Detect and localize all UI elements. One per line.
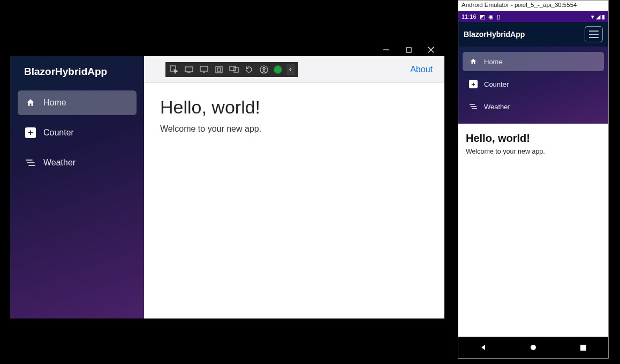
mobile-brand: BlazorHybridApp xyxy=(464,30,525,39)
mobile-heading: Hello, world! xyxy=(466,132,601,145)
sidebar: BlazorHybridApp Home + Counter Weather xyxy=(10,56,144,318)
sidebar-nav: Home + Counter Weather xyxy=(10,90,144,175)
android-nav-bar xyxy=(458,337,608,358)
emulator-title: Android Emulator - pixel_5_-_api_30:5554 xyxy=(458,1,608,11)
mobile-content: Hello, world! Welcome to your new app. xyxy=(458,124,608,337)
signal-icon: ◢ xyxy=(596,13,600,20)
mobile-nav: Home + Counter Weather xyxy=(458,47,608,124)
sidebar-item-label: Weather xyxy=(43,158,75,168)
page-heading: Hello, world! xyxy=(160,97,428,118)
minimize-button[interactable] xyxy=(382,46,390,54)
svg-rect-8 xyxy=(185,67,193,72)
svg-point-20 xyxy=(531,345,536,350)
list-icon xyxy=(469,102,478,111)
list-icon xyxy=(25,157,36,168)
status-time: 11:16 xyxy=(462,13,477,20)
svg-rect-13 xyxy=(230,66,236,71)
page-subtext: Welcome to your new app. xyxy=(160,124,428,134)
mobile-nav-item-counter[interactable]: + Counter xyxy=(463,74,604,94)
svg-rect-12 xyxy=(217,68,221,71)
svg-rect-14 xyxy=(234,67,238,72)
tool-device-icon[interactable] xyxy=(184,64,194,75)
top-row: About xyxy=(144,56,444,83)
status-app-icon: ▯ xyxy=(497,13,500,20)
mobile-nav-item-weather[interactable]: Weather xyxy=(463,97,604,116)
sidebar-item-weather[interactable]: Weather xyxy=(18,150,137,175)
tool-box-icon[interactable] xyxy=(214,64,224,75)
sidebar-item-label: Home xyxy=(43,98,66,108)
plus-icon: + xyxy=(25,127,36,138)
tool-refresh-icon[interactable] xyxy=(244,64,254,75)
home-icon xyxy=(469,57,478,66)
sidebar-item-home[interactable]: Home xyxy=(18,90,137,115)
tool-screens-icon[interactable] xyxy=(229,64,239,75)
android-recents-button[interactable] xyxy=(578,343,588,352)
mobile-nav-label: Home xyxy=(484,58,503,66)
android-status-bar: 11:16 ◩ ◉ ▯ ▾ ◢ ▮ xyxy=(458,11,608,22)
mobile-nav-item-home[interactable]: Home xyxy=(463,52,604,71)
plus-icon: + xyxy=(469,80,478,88)
svg-point-16 xyxy=(263,67,264,68)
home-icon xyxy=(25,97,36,108)
hamburger-button[interactable] xyxy=(585,26,603,42)
android-home-button[interactable] xyxy=(528,343,538,352)
dev-toolbar xyxy=(165,62,298,77)
mobile-nav-label: Counter xyxy=(484,80,509,88)
tool-status-ok-icon[interactable] xyxy=(274,65,282,74)
tool-collapse-icon[interactable] xyxy=(286,64,295,75)
tool-screen-icon[interactable] xyxy=(199,64,209,75)
app-brand: BlazorHybridApp xyxy=(10,56,144,90)
status-debug-icon: ◉ xyxy=(488,13,494,20)
sidebar-item-counter[interactable]: + Counter xyxy=(18,120,137,145)
desktop-app-window: BlazorHybridApp Home + Counter Weather xyxy=(10,43,445,319)
main-content: Hello, world! Welcome to your new app. xyxy=(144,83,444,148)
mobile-subtext: Welcome to your new app. xyxy=(466,148,601,155)
sidebar-item-label: Counter xyxy=(43,128,74,138)
window-titlebar xyxy=(10,43,444,56)
android-emulator-window: Android Emulator - pixel_5_-_api_30:5554… xyxy=(458,0,609,359)
svg-rect-21 xyxy=(580,345,586,351)
svg-rect-10 xyxy=(200,66,208,71)
maximize-button[interactable] xyxy=(405,46,412,54)
svg-rect-11 xyxy=(216,66,222,73)
svg-rect-1 xyxy=(406,48,411,52)
mobile-appbar: BlazorHybridApp xyxy=(458,22,608,47)
wifi-icon: ▾ xyxy=(591,13,594,20)
battery-icon: ▮ xyxy=(602,13,605,20)
tool-select-element-icon[interactable] xyxy=(169,64,179,75)
status-notif-icon: ◩ xyxy=(480,13,485,20)
about-link[interactable]: About xyxy=(410,65,433,74)
close-button[interactable] xyxy=(427,46,435,54)
content-pane: About Hello, world! Welcome to your new … xyxy=(144,56,444,318)
android-back-button[interactable] xyxy=(479,343,488,352)
mobile-nav-label: Weather xyxy=(484,103,510,111)
tool-accessibility-icon[interactable] xyxy=(259,64,269,75)
